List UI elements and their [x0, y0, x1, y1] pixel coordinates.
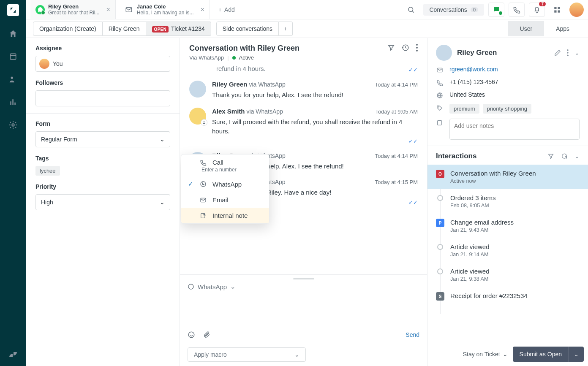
- svg-point-23: [438, 107, 438, 107]
- apps-panel-tab[interactable]: Apps: [544, 21, 581, 36]
- timeline-item[interactable]: Article viewedJan 21, 9:38 AM: [436, 263, 580, 287]
- refresh-icon[interactable]: [561, 153, 568, 160]
- user-tag[interactable]: priority shopping: [483, 104, 531, 114]
- filter-icon[interactable]: [547, 153, 554, 160]
- customers-icon[interactable]: [8, 74, 18, 84]
- tag-pill[interactable]: lychee: [35, 166, 60, 176]
- user-avatar: [436, 45, 452, 61]
- assignee-value: You: [53, 60, 63, 67]
- svg-point-20: [567, 54, 569, 56]
- ticket-properties-panel: Assignee You Followers Form Regular Form…: [26, 38, 180, 366]
- user-location: United States: [449, 91, 485, 98]
- user-tag[interactable]: premium: [449, 104, 479, 114]
- timeline-sub: Feb 08, 9:05 AM: [450, 203, 496, 209]
- attachment-icon[interactable]: [203, 331, 210, 339]
- channel-internal-note-option[interactable]: Internal note: [181, 208, 269, 223]
- timeline-item[interactable]: O Conversation with Riley GreenActive no…: [427, 165, 588, 189]
- message-time: Today at 4:14 PM: [375, 153, 418, 159]
- timeline-item[interactable]: P Change email addressJan 21, 9:43 AM: [436, 214, 580, 238]
- message-time: Today at 4:15 PM: [375, 179, 418, 185]
- workspace-tab-janae[interactable]: Janae Cole Hello, I am having an is... ×: [119, 0, 210, 19]
- tab-subtitle: Hello, I am having an is...: [137, 10, 194, 16]
- more-icon[interactable]: [416, 44, 418, 52]
- workspace-tab-riley[interactable]: Riley Green Great to hear that Ril... ×: [30, 0, 116, 19]
- conversations-pill[interactable]: Conversations 0: [423, 4, 484, 16]
- macro-select[interactable]: Apply macro ⌄: [188, 347, 306, 362]
- admin-icon[interactable]: [8, 120, 18, 130]
- home-icon[interactable]: [8, 29, 18, 39]
- plus-icon: +: [218, 6, 222, 13]
- avatar: [189, 108, 206, 125]
- whatsapp-label: WhatsApp: [212, 181, 242, 188]
- edit-icon[interactable]: [554, 49, 561, 56]
- filter-icon[interactable]: [387, 44, 395, 52]
- svg-point-9: [416, 44, 418, 46]
- priority-select[interactable]: High ⌄: [35, 194, 170, 210]
- timeline-item[interactable]: Ordered 3 itemsFeb 08, 9:05 AM: [436, 189, 580, 214]
- user-panel-tab[interactable]: User: [508, 21, 544, 36]
- timeline-title: Change email address: [450, 219, 514, 226]
- reporting-icon[interactable]: [8, 97, 18, 107]
- form-label: Form: [35, 120, 170, 127]
- interactions-timeline: O Conversation with Riley GreenActive no…: [427, 165, 588, 314]
- zendesk-icon[interactable]: [8, 350, 18, 360]
- submit-dropdown-button[interactable]: ⌄: [569, 347, 584, 362]
- timeline-title: Ordered 3 items: [450, 194, 496, 201]
- add-tab-button[interactable]: + Add: [213, 6, 240, 13]
- followers-field[interactable]: [35, 90, 170, 106]
- whatsapp-icon: [199, 181, 207, 187]
- apps-grid-icon[interactable]: [549, 3, 565, 17]
- views-icon[interactable]: [8, 52, 18, 62]
- whatsapp-icon: [188, 283, 194, 290]
- channel-label: WhatsApp: [198, 283, 227, 290]
- svg-point-18: [567, 49, 569, 51]
- history-icon[interactable]: [402, 44, 409, 52]
- status-dot-icon: [232, 56, 236, 60]
- product-logo-icon[interactable]: [7, 4, 19, 16]
- emoji-icon[interactable]: [188, 331, 195, 339]
- message-text: Thank you for your help, Alex. I see the…: [212, 90, 418, 100]
- org-tab[interactable]: Organization (Create): [33, 22, 103, 36]
- note-icon: [436, 119, 444, 126]
- whatsapp-icon: [35, 5, 45, 14]
- search-icon[interactable]: [403, 3, 419, 17]
- channel-email-option[interactable]: Email: [181, 192, 269, 208]
- channel-selector[interactable]: WhatsApp ⌄: [188, 283, 419, 290]
- message-author: Alex Smith: [212, 108, 245, 115]
- tab-title: Janae Cole: [137, 3, 194, 10]
- svg-rect-5: [554, 7, 556, 9]
- agent-badge-icon: [201, 119, 207, 126]
- svg-point-16: [188, 284, 193, 289]
- ticket-tab[interactable]: OPENTicket #1234: [146, 22, 211, 36]
- send-button[interactable]: Send: [406, 331, 419, 338]
- add-side-conversation-button[interactable]: +: [279, 22, 293, 36]
- user-avatar[interactable]: [569, 3, 584, 17]
- assignee-field[interactable]: You: [35, 56, 170, 72]
- svg-point-4: [408, 7, 413, 12]
- timeline-dot-icon: [437, 244, 443, 250]
- svg-point-1: [11, 77, 14, 79]
- user-email[interactable]: rgreen@work.com: [449, 66, 498, 73]
- message-via: atsApp: [267, 179, 286, 185]
- chat-icon[interactable]: [488, 3, 504, 17]
- user-notes-textarea[interactable]: [449, 119, 580, 140]
- call-sub-label: Enter a number: [201, 167, 269, 173]
- chevron-down-icon[interactable]: ⌄: [574, 153, 580, 160]
- submit-button[interactable]: Submit as Open: [513, 347, 569, 362]
- drag-handle-icon[interactable]: [293, 278, 314, 279]
- form-select[interactable]: Regular Form ⌄: [35, 131, 170, 147]
- phone-icon[interactable]: [509, 3, 525, 17]
- tags-field[interactable]: lychee: [35, 166, 170, 176]
- channel-whatsapp-option[interactable]: ✓ WhatsApp: [181, 176, 269, 192]
- close-icon[interactable]: ×: [106, 6, 110, 14]
- chevron-down-icon[interactable]: ⌄: [574, 49, 580, 56]
- notifications-icon[interactable]: 7: [529, 3, 545, 17]
- close-icon[interactable]: ×: [200, 6, 204, 14]
- side-conversations-tab[interactable]: Side conversations: [216, 22, 279, 36]
- timeline-item[interactable]: S Receipt for order #2232534: [436, 287, 580, 306]
- contact-tab[interactable]: Riley Green: [103, 22, 146, 36]
- stay-on-ticket-dropdown[interactable]: Stay on Ticket ⌄: [463, 351, 508, 358]
- mail-icon: [124, 5, 133, 14]
- timeline-item[interactable]: Article viewedJan 21, 9:14 AM: [436, 238, 580, 263]
- more-icon[interactable]: [567, 49, 569, 56]
